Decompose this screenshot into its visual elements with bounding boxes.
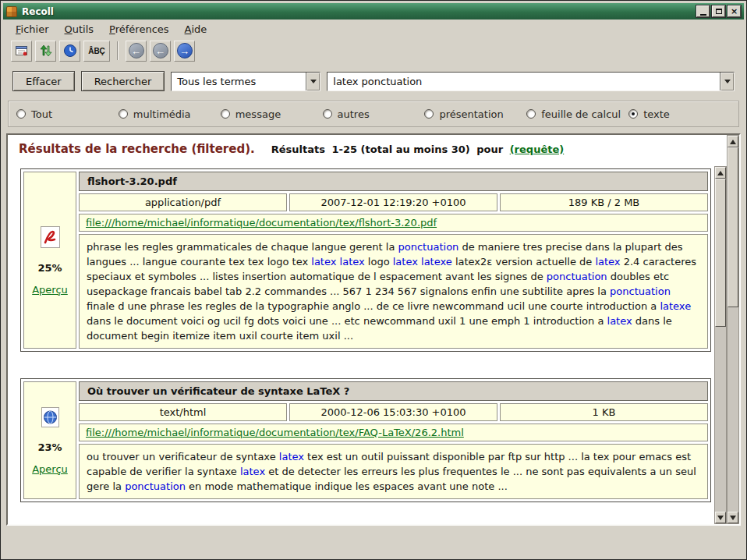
scrollbar-thumb[interactable] <box>728 147 738 307</box>
results-frame: Résultats de la recherche (filtered). Ré… <box>6 133 741 526</box>
doc-date: 2007-12-01 12:19:20 +0100 <box>289 193 497 211</box>
result-info-row: text/html 2000-12-06 15:03:30 +0100 1 KB <box>79 403 708 421</box>
result-entry: 23% Aperçu Où trouver un vérificateur de… <box>20 378 711 502</box>
preview-link[interactable]: Aperçu <box>32 463 68 475</box>
chevron-down-icon[interactable] <box>720 73 734 90</box>
mime-type: application/pdf <box>79 193 287 211</box>
scrollbar-track[interactable] <box>715 179 726 512</box>
result-entry: 25% Aperçu flshort-3.20.pdf application/… <box>20 168 711 352</box>
filter-radio-presentation[interactable]: présentation <box>424 108 526 120</box>
scroll-up-button[interactable] <box>728 136 738 147</box>
scroll-down-button[interactable] <box>728 512 738 523</box>
term-explorer-icon: ÂBÇ <box>88 47 105 55</box>
menu-fichier[interactable]: Fichier <box>8 21 57 37</box>
term-explorer-button[interactable]: ÂBÇ <box>83 41 110 62</box>
result-title: flshort-3.20.pdf <box>79 172 708 191</box>
toolbar: ÂBÇ ← ← → <box>3 38 744 63</box>
filter-radio-autres[interactable]: autres <box>323 108 425 120</box>
minimize-icon <box>700 14 706 16</box>
results-outer-scrollbar[interactable] <box>727 135 739 524</box>
scroll-down-button[interactable] <box>715 512 726 523</box>
result-url-row: file:///home/michael/informatique/docume… <box>79 424 708 441</box>
doc-date: 2000-12-06 15:03:30 +0100 <box>289 403 497 421</box>
clear-button[interactable]: Effacer <box>12 71 75 91</box>
minimize-button[interactable] <box>696 5 710 17</box>
search-mode-select[interactable]: Tous les termes <box>171 72 320 91</box>
search-button[interactable]: Rechercher <box>81 71 165 91</box>
radio-icon <box>424 109 434 119</box>
search-bar: Effacer Rechercher Tous les termes <box>12 68 735 94</box>
close-icon: × <box>731 7 738 16</box>
result-info-row: application/pdf 2007-12-01 12:19:20 +010… <box>79 193 708 211</box>
clear-search-button[interactable] <box>11 41 32 62</box>
menu-outils[interactable]: Outils <box>57 21 102 37</box>
result-url-row: file:///home/michael/informatique/docume… <box>79 214 708 232</box>
entry-left-panel: 25% Aperçu <box>23 172 76 349</box>
result-title: Où trouver un vérificateur de syntaxe La… <box>79 381 708 401</box>
arrow-right-icon: → <box>177 43 193 58</box>
filter-radio-message[interactable]: message <box>221 108 323 120</box>
radio-icon <box>628 109 638 119</box>
triangle-up-icon <box>730 140 736 144</box>
doc-url-link[interactable]: file:///home/michael/informatique/docume… <box>86 217 437 229</box>
result-abstract: ou trouver un verificateur de syntaxe la… <box>79 444 708 499</box>
triangle-down-icon <box>730 516 736 520</box>
arrow-left-icon: ← <box>129 43 144 58</box>
relevance-percent: 23% <box>37 441 62 453</box>
doc-url-link[interactable]: file:///home/michael/informatique/docume… <box>86 427 464 438</box>
previous-page-button[interactable]: ← <box>150 41 171 62</box>
result-abstract: phrase les regles grammaticales de chaqu… <box>79 234 708 349</box>
filter-radio-tout[interactable]: Tout <box>16 108 119 120</box>
arrow-left-icon: ← <box>153 43 168 58</box>
radio-icon <box>119 109 128 119</box>
toolbar-separator <box>117 41 119 60</box>
results-count: Résultats 1-25 (total au moins 30) pour … <box>271 144 564 155</box>
menubar: Fichier Outils Préférences Aide <box>3 19 744 38</box>
filter-radio-multimedia[interactable]: multimédia <box>119 108 221 120</box>
close-button[interactable]: × <box>728 5 741 17</box>
mime-type: text/html <box>79 403 287 421</box>
pdf-icon[interactable] <box>40 225 61 252</box>
scroll-up-button[interactable] <box>715 167 726 179</box>
filter-radio-feuille-de-calcul[interactable]: feuille de calcul <box>526 108 628 120</box>
search-input[interactable] <box>327 73 720 90</box>
chevron-down-icon[interactable] <box>306 73 320 90</box>
search-mode-value: Tous les termes <box>172 76 306 87</box>
sort-arrows-icon <box>39 44 53 57</box>
entry-body: Où trouver un vérificateur de syntaxe La… <box>79 381 708 499</box>
category-filter-row: Tout multimédia message autres présentat… <box>8 101 739 127</box>
relevance-percent: 25% <box>37 262 62 274</box>
query-link[interactable]: (requête) <box>510 144 565 155</box>
results-list: Résultats de la recherche (filtered). Ré… <box>8 135 714 524</box>
scrollbar-track[interactable] <box>728 147 738 512</box>
entry-left-panel: 23% Aperçu <box>23 381 76 499</box>
sort-by-dates-button[interactable] <box>35 41 56 62</box>
recoll-app-icon <box>6 6 17 17</box>
menu-aide[interactable]: Aide <box>177 21 215 37</box>
radio-icon <box>221 109 230 119</box>
radio-icon <box>323 109 332 119</box>
doc-size: 1 KB <box>500 403 708 421</box>
sort-by-time-button[interactable] <box>59 41 80 62</box>
results-header: Résultats de la recherche (filtered). Ré… <box>19 141 714 156</box>
clock-icon <box>63 44 77 58</box>
radio-icon <box>16 109 26 119</box>
status-bar <box>3 526 744 557</box>
maximize-button[interactable] <box>712 5 725 17</box>
results-inner-scrollbar[interactable] <box>714 166 727 524</box>
next-page-button[interactable]: → <box>174 41 195 62</box>
query-combo[interactable] <box>327 72 735 91</box>
doc-size: 189 KB / 2 MB <box>500 193 708 211</box>
html-icon[interactable] <box>40 406 61 431</box>
preview-link[interactable]: Aperçu <box>32 284 68 296</box>
clear-search-icon <box>15 44 29 57</box>
first-page-button[interactable]: ← <box>126 41 147 62</box>
recoll-window: Recoll × Fichier Outils Préférences Aide <box>0 0 747 560</box>
entry-body: flshort-3.20.pdf application/pdf 2007-12… <box>79 172 708 349</box>
filter-radio-texte[interactable]: texte <box>628 108 731 120</box>
scrollbar-thumb[interactable] <box>715 179 726 327</box>
menu-preferences[interactable]: Préférences <box>101 21 176 37</box>
titlebar[interactable]: Recoll × <box>3 3 744 19</box>
maximize-icon <box>716 9 722 14</box>
window-title: Recoll <box>22 6 694 17</box>
